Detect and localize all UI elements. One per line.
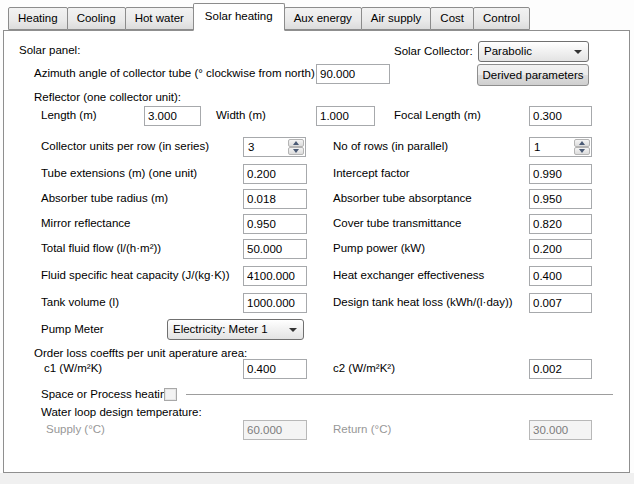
- tab-aux-energy[interactable]: Aux energy: [284, 7, 362, 30]
- tank-heat-loss-label: Design tank heat loss (kWh/(l·day)): [333, 293, 513, 312]
- tab-solar-heating[interactable]: Solar heating: [193, 3, 285, 31]
- focal-length-input[interactable]: [529, 106, 592, 126]
- spin-down-button[interactable]: [288, 147, 304, 155]
- azimuth-label: Azimuth angle of collector tube (° clock…: [34, 64, 315, 83]
- spin-up-button[interactable]: [574, 139, 590, 147]
- tank-heat-loss-input[interactable]: [529, 293, 592, 313]
- spin-up-button[interactable]: [288, 139, 304, 147]
- return-label: Return (°C): [333, 420, 391, 439]
- solar-panel-heading: Solar panel:: [19, 41, 80, 60]
- solar-heating-settings-window: Heating Cooling Hot water Solar heating …: [0, 0, 634, 484]
- solar-collector-selected-value: Parabolic: [484, 42, 532, 61]
- arrow-up-icon: [293, 141, 299, 145]
- tube-extensions-input[interactable]: [243, 164, 307, 184]
- c1-label: c1 (W/m²K): [44, 359, 102, 378]
- c2-label: c2 (W/m²K²): [333, 359, 395, 378]
- chevron-down-icon: [574, 50, 582, 54]
- reflector-section-heading: Reflector (one collector unit):: [34, 88, 181, 107]
- focal-length-label: Focal Length (m): [394, 106, 481, 125]
- tab-bar: Heating Cooling Hot water Solar heating …: [8, 4, 529, 31]
- mirror-reflectance-input[interactable]: [243, 214, 307, 234]
- arrow-down-icon: [293, 149, 299, 153]
- tank-volume-label: Tank volume (l): [41, 293, 119, 312]
- return-input: [529, 420, 592, 440]
- fluid-flow-label: Total fluid flow (l/(h·m²)): [41, 239, 161, 258]
- heat-capacity-input[interactable]: [243, 266, 307, 286]
- c2-input[interactable]: [529, 359, 592, 379]
- tab-hot-water[interactable]: Hot water: [125, 7, 194, 30]
- intercept-factor-label: Intercept factor: [333, 164, 410, 183]
- hx-effectiveness-label: Heat exchanger effectiveness: [333, 266, 484, 285]
- space-heating-label: Space or Process heating: [41, 385, 173, 404]
- tab-air-supply[interactable]: Air supply: [361, 7, 432, 30]
- window-background-strip: [0, 473, 634, 484]
- solar-collector-label: Solar Collector:: [394, 42, 473, 61]
- arrow-down-icon: [579, 149, 585, 153]
- rows-parallel-value: 1: [534, 138, 540, 156]
- rows-parallel-label: No of rows (in parallel): [333, 137, 448, 156]
- tank-volume-input[interactable]: [243, 293, 307, 313]
- derived-parameters-button[interactable]: Derived parameters: [477, 64, 589, 86]
- pump-meter-label: Pump Meter: [41, 320, 104, 339]
- length-label: Length (m): [41, 106, 97, 125]
- hx-effectiveness-input[interactable]: [529, 266, 592, 286]
- arrow-up-icon: [579, 141, 585, 145]
- intercept-factor-input[interactable]: [529, 164, 592, 184]
- supply-label: Supply (°C): [46, 420, 105, 439]
- azimuth-input[interactable]: [316, 64, 390, 84]
- tab-control[interactable]: Control: [473, 7, 530, 30]
- tab-cooling[interactable]: Cooling: [67, 7, 126, 30]
- units-per-row-label: Collector units per row (in series): [41, 137, 209, 156]
- cover-transmittance-input[interactable]: [529, 214, 592, 234]
- cover-transmittance-label: Cover tube transmittance: [333, 214, 461, 233]
- pump-meter-selected-value: Electricity: Meter 1: [173, 320, 268, 339]
- width-label: Width (m): [216, 106, 266, 125]
- pump-meter-select[interactable]: Electricity: Meter 1: [167, 319, 304, 340]
- length-input[interactable]: [144, 106, 201, 126]
- units-per-row-value: 3: [248, 138, 254, 156]
- absorber-absorptance-input[interactable]: [529, 189, 592, 209]
- heat-capacity-label: Fluid specific heat capacity (J/(kg·K)): [41, 266, 230, 285]
- section-divider: [186, 394, 613, 395]
- spin-down-button[interactable]: [574, 147, 590, 155]
- supply-input: [243, 420, 307, 440]
- solar-collector-select[interactable]: Parabolic: [478, 41, 589, 62]
- solar-heating-panel: Solar panel: Solar Collector: Parabolic …: [3, 30, 630, 473]
- chevron-down-icon: [289, 328, 297, 332]
- tab-heating[interactable]: Heating: [8, 7, 68, 30]
- rows-parallel-stepper[interactable]: 1: [529, 137, 592, 157]
- tube-extensions-label: Tube extensions (m) (one unit): [41, 164, 197, 183]
- absorber-radius-input[interactable]: [243, 189, 307, 209]
- tab-cost[interactable]: Cost: [430, 7, 474, 30]
- space-heating-checkbox[interactable]: [164, 388, 177, 401]
- absorber-radius-label: Absorber tube radius (m): [41, 189, 168, 208]
- absorber-absorptance-label: Absorber tube absorptance: [333, 189, 472, 208]
- mirror-reflectance-label: Mirror reflectance: [41, 214, 130, 233]
- width-input[interactable]: [316, 106, 375, 126]
- fluid-flow-input[interactable]: [243, 239, 307, 259]
- units-per-row-stepper[interactable]: 3: [243, 137, 306, 157]
- pump-power-input[interactable]: [529, 239, 592, 259]
- c1-input[interactable]: [243, 359, 307, 379]
- pump-power-label: Pump power (kW): [333, 239, 425, 258]
